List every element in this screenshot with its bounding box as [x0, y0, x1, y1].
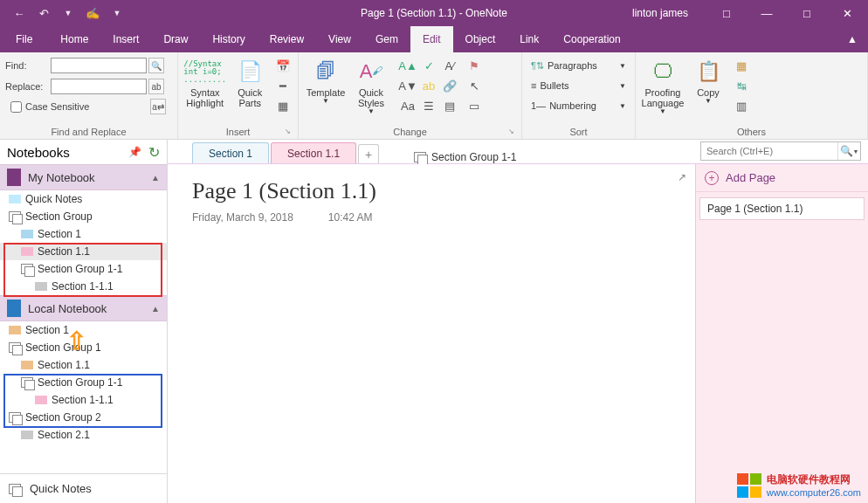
select-button[interactable]: ↖: [465, 76, 484, 95]
notebook-my-notebook[interactable]: My Notebook ▲: [0, 164, 167, 190]
menu-insert[interactable]: Insert: [100, 26, 151, 52]
outline-button[interactable]: ▤: [440, 96, 459, 115]
menu-view[interactable]: View: [316, 26, 363, 52]
notebook-local-notebook[interactable]: Local Notebook ▲: [0, 295, 167, 321]
tree-quick-notes[interactable]: Quick Notes: [0, 190, 167, 208]
tree-section-group-1-1[interactable]: Section Group 1-1: [0, 260, 167, 278]
touch-mode-icon[interactable]: ✍: [82, 3, 103, 24]
page-list-item[interactable]: Page 1 (Section 1.1): [699, 197, 865, 220]
menu-link[interactable]: Link: [507, 26, 551, 52]
menu-cooperation[interactable]: Cooperation: [551, 26, 632, 52]
menu-gem[interactable]: Gem: [363, 26, 410, 52]
chevron-up-icon[interactable]: ▲: [151, 304, 160, 314]
menu-edit[interactable]: Edit: [410, 26, 453, 52]
add-page-button[interactable]: + Add Page: [696, 164, 868, 192]
menu-review[interactable]: Review: [258, 26, 316, 52]
quick-notes-footer[interactable]: Quick Notes: [0, 473, 167, 503]
tree-l-section-group-1[interactable]: Section Group 1: [0, 339, 167, 356]
grid-button[interactable]: ▦: [732, 56, 751, 75]
syntax-icon: //Syntaxint i=0;.........: [191, 58, 219, 86]
font-button[interactable]: Aa: [398, 96, 417, 115]
template-button[interactable]: 🗐 Template▼: [304, 56, 348, 107]
watermark-line1: 电脑软硬件教程网: [767, 472, 861, 487]
undo-dropdown-icon[interactable]: ▼: [58, 3, 79, 24]
menu-history[interactable]: History: [200, 26, 257, 52]
page-title[interactable]: Page 1 (Section 1.1): [192, 178, 671, 204]
tree-l-section-1-1[interactable]: Section 1.1: [0, 356, 167, 374]
undo-icon[interactable]: ↶: [33, 3, 54, 24]
qat-customize-icon[interactable]: ▼: [107, 3, 127, 24]
title-bar: ← ↶ ▼ ✍ ▼ Page 1 (Section 1.1) - OneNote…: [0, 0, 868, 26]
page-time[interactable]: 10:42 AM: [328, 211, 373, 224]
find-go-button[interactable]: 🔍: [148, 58, 164, 73]
notebooks-header-row: Notebooks 📌 ↻: [0, 140, 168, 164]
chevron-up-icon[interactable]: ▲: [151, 173, 160, 183]
copy-button[interactable]: 📋 Copy▼: [686, 56, 730, 107]
tree-l-section-1[interactable]: Section 1: [0, 321, 167, 339]
tag-button[interactable]: ⚑: [465, 56, 484, 75]
fullscreen-icon[interactable]: ↗: [678, 171, 686, 183]
search-icon[interactable]: 🔍▼: [837, 142, 860, 160]
menu-draw[interactable]: Draw: [151, 26, 200, 52]
minimize-button[interactable]: —: [747, 0, 786, 26]
ribbon-group-others: 🖵 Proofing Language▼ 📋 Copy▼ ▦ ↹ ▥ Other…: [636, 52, 868, 139]
ribbon-label-change: Change: [393, 127, 427, 137]
tree-l-section-2-1[interactable]: Section 2.1: [0, 426, 167, 444]
search-input[interactable]: [701, 146, 837, 156]
tree-section-1-1-1[interactable]: Section 1-1.1: [0, 278, 167, 295]
change-dialog-launcher[interactable]: ↘: [508, 127, 514, 135]
shape-button[interactable]: ▭: [465, 96, 484, 115]
quick-parts-button[interactable]: 📄 Quick Parts: [229, 56, 272, 110]
decrease-font-button[interactable]: A▼: [398, 76, 417, 95]
page-date[interactable]: Friday, March 9, 2018: [192, 211, 293, 224]
date-button[interactable]: 📅: [273, 56, 293, 75]
search-box[interactable]: 🔍▼: [700, 141, 861, 161]
menu-file[interactable]: File: [0, 26, 48, 52]
tree-l-section-1-1-1[interactable]: Section 1-1.1: [0, 391, 167, 409]
sort-paragraphs-button[interactable]: ¶⇅Paragraphs▼: [527, 56, 630, 75]
replace-all-button[interactable]: a⇄: [150, 99, 166, 114]
user-name[interactable]: linton james: [632, 7, 688, 19]
replace-go-button[interactable]: ab: [148, 79, 164, 94]
collapse-ribbon-icon[interactable]: ▲: [837, 26, 868, 52]
list-button[interactable]: ▥: [732, 96, 751, 115]
menu-object[interactable]: Object: [453, 26, 508, 52]
tab-section-1-1[interactable]: Section 1.1: [271, 142, 356, 163]
tree-section-1[interactable]: Section 1: [0, 225, 167, 243]
case-sensitive-checkbox[interactable]: [10, 101, 22, 113]
tree-l-section-group-2[interactable]: Section Group 2: [0, 409, 167, 426]
table-button[interactable]: ▦: [273, 96, 293, 115]
insert-dialog-launcher[interactable]: ↘: [285, 127, 291, 135]
back-icon[interactable]: ←: [9, 3, 30, 24]
maximize-button[interactable]: □: [788, 0, 826, 26]
quick-styles-button[interactable]: A🖌 Quick Styles▼: [349, 56, 393, 118]
close-button[interactable]: ✕: [828, 0, 866, 26]
tree-section-1-1[interactable]: Section 1.1: [0, 243, 167, 260]
align-button[interactable]: ☰: [419, 96, 438, 115]
replace-input[interactable]: [51, 79, 147, 94]
sort-numbering-button[interactable]: 1―Numbering▼: [527, 96, 630, 115]
add-section-tab[interactable]: +: [358, 144, 379, 163]
tab-section-1[interactable]: Section 1: [192, 142, 269, 163]
refresh-icon[interactable]: ↻: [148, 144, 160, 161]
tree-section-group[interactable]: Section Group: [0, 208, 167, 225]
spellcheck-button[interactable]: ✓: [419, 56, 438, 75]
section-group-icon: [9, 484, 21, 494]
section-group-indicator[interactable]: Section Group 1-1: [414, 151, 516, 163]
section-group-icon: [21, 377, 33, 388]
highlight-button[interactable]: ab: [419, 76, 438, 95]
menu-home[interactable]: Home: [48, 26, 100, 52]
find-input[interactable]: [51, 58, 147, 73]
sort-bullets-button[interactable]: ≡Bullets▼: [527, 76, 630, 95]
code-button[interactable]: ↹: [732, 76, 751, 95]
clear-format-button[interactable]: A∕: [440, 56, 459, 75]
hyperlink-button[interactable]: 🔗: [440, 76, 459, 95]
pin-icon[interactable]: 📌: [128, 146, 141, 158]
tree-l-section-group-1-1[interactable]: Section Group 1-1: [0, 374, 167, 391]
page-canvas[interactable]: ↗ Page 1 (Section 1.1) Friday, March 9, …: [168, 164, 695, 503]
syntax-highlight-button[interactable]: //Syntaxint i=0;......... Syntax Highlig…: [183, 56, 227, 110]
ribbon-display-icon[interactable]: □: [707, 0, 746, 26]
proofing-language-button[interactable]: 🖵 Proofing Language▼: [641, 56, 685, 118]
horizontal-line-button[interactable]: ━: [273, 76, 293, 95]
increase-font-button[interactable]: A▲: [398, 56, 417, 75]
